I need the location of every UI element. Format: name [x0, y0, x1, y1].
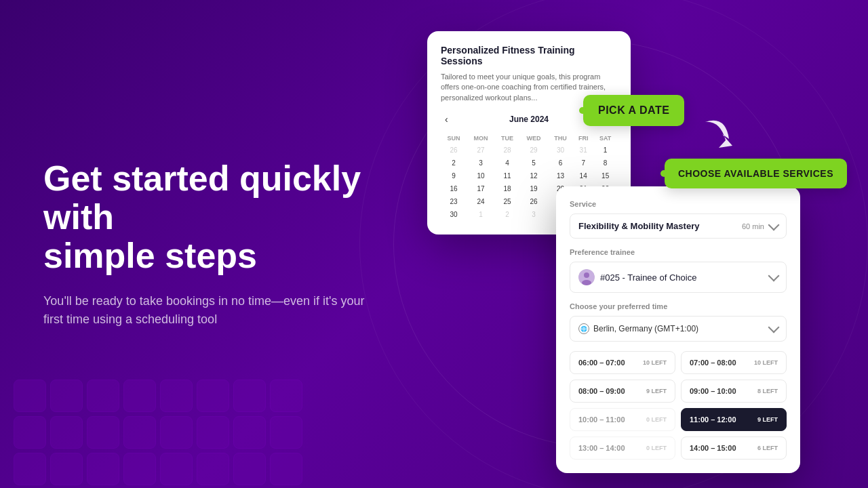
calendar-day[interactable]: 11: [495, 169, 519, 182]
calendar-day[interactable]: 6: [548, 157, 573, 169]
time-slot[interactable]: 09:00 – 10:008 LEFT: [681, 380, 787, 403]
calendar-day[interactable]: 23: [441, 195, 467, 208]
calendar-day[interactable]: 15: [593, 169, 617, 182]
trainee-chevron-icon: [768, 270, 780, 282]
calendar-day[interactable]: 29: [519, 144, 548, 157]
svg-point-1: [584, 272, 589, 278]
timezone-text: Berlin, Germany (GMT+1:00): [593, 324, 698, 333]
calendar-day[interactable]: 3: [519, 208, 548, 221]
time-section-label: Choose your preferred time: [570, 302, 787, 310]
time-range: 13:00 – 14:00: [578, 444, 625, 452]
calendar-day[interactable]: 1: [593, 144, 617, 157]
calendar-day[interactable]: 4: [495, 157, 519, 169]
keyboard-decoration: [0, 366, 285, 488]
calendar-day[interactable]: 28: [495, 144, 519, 157]
trainee-left: #025 - Trainee of Choice: [578, 269, 696, 285]
trainee-avatar: [578, 269, 595, 285]
time-slot[interactable]: 10:00 – 11:000 LEFT: [570, 408, 675, 431]
globe-icon: 🌐: [578, 323, 589, 334]
cal-header-thu: THU: [548, 133, 573, 144]
pick-date-label: PICK A DATE: [598, 104, 669, 116]
time-slot[interactable]: 13:00 – 14:000 LEFT: [570, 436, 675, 460]
calendar-day[interactable]: 16: [441, 182, 467, 195]
time-range: 11:00 – 12:00: [690, 415, 736, 424]
hero-content: Get started quickly with simple steps Yo…: [43, 159, 396, 329]
time-slot[interactable]: 14:00 – 15:006 LEFT: [681, 436, 787, 460]
cal-header-fri: FRI: [573, 133, 593, 144]
service-name: Flexibility & Mobility Mastery: [578, 221, 699, 231]
slots-left: 10 LEFT: [643, 359, 667, 366]
slots-left: 9 LEFT: [646, 388, 667, 394]
time-slot[interactable]: 06:00 – 07:0010 LEFT: [570, 351, 675, 374]
calendar-day[interactable]: 25: [495, 195, 519, 208]
calendar-day[interactable]: 9: [441, 169, 467, 182]
timezone-chevron-icon: [768, 322, 780, 333]
card-title: Personalized Fitness Training Sessions: [441, 45, 617, 66]
calendar-day[interactable]: 5: [519, 157, 548, 169]
calendar-month-year: June 2024: [509, 115, 549, 124]
calendar-day[interactable]: 1: [467, 208, 495, 221]
calendar-day[interactable]: 14: [573, 169, 593, 182]
time-range: 06:00 – 07:00: [578, 359, 625, 367]
booking-panel: Service Flexibility & Mobility Mastery 6…: [556, 186, 800, 473]
calendar-day[interactable]: 8: [593, 157, 617, 169]
calendar-day[interactable]: 30: [441, 208, 467, 221]
choose-services-badge: CHOOSE AVAILABLE SERVICES: [665, 159, 847, 188]
time-slot[interactable]: 11:00 – 12:009 LEFT: [681, 408, 787, 431]
time-range: 08:00 – 09:00: [578, 387, 625, 395]
arrow-decoration: [692, 108, 746, 163]
choose-services-label: CHOOSE AVAILABLE SERVICES: [678, 168, 833, 179]
slots-left: 9 LEFT: [757, 416, 778, 423]
calendar-day[interactable]: 10: [467, 169, 495, 182]
time-slot[interactable]: 07:00 – 08:0010 LEFT: [681, 351, 787, 374]
time-range: 09:00 – 10:00: [690, 387, 736, 395]
calendar-day[interactable]: 17: [467, 182, 495, 195]
sub-text: You'll be ready to take bookings in no t…: [43, 292, 369, 329]
pick-date-badge: PICK A DATE: [583, 95, 684, 126]
slots-left: 10 LEFT: [754, 359, 778, 366]
main-heading: Get started quickly with simple steps: [43, 159, 396, 276]
calendar-day[interactable]: 7: [573, 157, 593, 169]
calendar-day[interactable]: 19: [519, 182, 548, 195]
time-range: 14:00 – 15:00: [690, 444, 736, 452]
calendar-day[interactable]: 30: [548, 144, 573, 157]
service-duration: 60 min: [742, 222, 778, 230]
slots-left: 0 LEFT: [646, 416, 667, 423]
service-chevron-icon: [768, 219, 780, 230]
calendar-day[interactable]: 2: [495, 208, 519, 221]
calendar-day[interactable]: 27: [467, 144, 495, 157]
service-select[interactable]: Flexibility & Mobility Mastery 60 min: [570, 214, 787, 239]
calendar-day[interactable]: 12: [519, 169, 548, 182]
calendar-prev-button[interactable]: ‹: [441, 113, 452, 126]
calendar-day[interactable]: 18: [495, 182, 519, 195]
cal-header-sun: SUN: [441, 133, 467, 144]
time-range: 07:00 – 08:00: [690, 359, 736, 367]
time-slots-grid: 06:00 – 07:0010 LEFT07:00 – 08:0010 LEFT…: [570, 351, 787, 460]
trainee-select[interactable]: #025 - Trainee of Choice: [570, 262, 787, 293]
svg-point-2: [582, 280, 591, 285]
cal-header-tue: TUE: [495, 133, 519, 144]
trainee-section-label: Preference trainee: [570, 248, 787, 256]
time-slot[interactable]: 08:00 – 09:009 LEFT: [570, 380, 675, 403]
trainee-name: #025 - Trainee of Choice: [600, 272, 696, 283]
slots-left: 0 LEFT: [646, 445, 667, 451]
slots-left: 8 LEFT: [757, 388, 778, 394]
cal-header-wed: WED: [519, 133, 548, 144]
slots-left: 6 LEFT: [757, 445, 778, 451]
timezone-select[interactable]: 🌐 Berlin, Germany (GMT+1:00): [570, 316, 787, 342]
calendar-day[interactable]: 13: [548, 169, 573, 182]
calendar-day[interactable]: 3: [467, 157, 495, 169]
calendar-day[interactable]: 31: [573, 144, 593, 157]
calendar-day[interactable]: 26: [441, 144, 467, 157]
calendar-day[interactable]: 2: [441, 157, 467, 169]
calendar-day[interactable]: 24: [467, 195, 495, 208]
time-range: 10:00 – 11:00: [578, 415, 625, 424]
timezone-left: 🌐 Berlin, Germany (GMT+1:00): [578, 323, 698, 334]
service-section-label: Service: [570, 200, 787, 208]
calendar-day[interactable]: 26: [519, 195, 548, 208]
cal-header-mon: MON: [467, 133, 495, 144]
cal-header-sat: SAT: [593, 133, 617, 144]
